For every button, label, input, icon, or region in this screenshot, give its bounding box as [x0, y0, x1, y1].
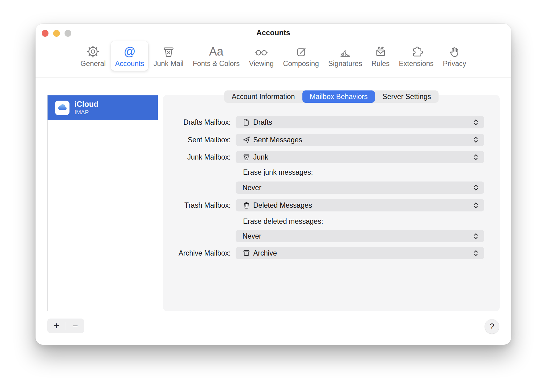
- mailbox-behaviors-panel: Drafts Mailbox: Drafts Sent Mailbox:: [163, 95, 500, 311]
- add-account-button[interactable]: +: [47, 319, 66, 333]
- account-name: iCloud: [74, 99, 99, 109]
- help-button[interactable]: ?: [485, 319, 499, 334]
- tab-account-information[interactable]: Account Information: [224, 90, 302, 103]
- archive-icon: [242, 249, 250, 257]
- rules-envelope-icon: [374, 44, 387, 59]
- archive-mailbox-label: Archive Mailbox:: [172, 247, 231, 259]
- toolbar-item-viewing[interactable]: Viewing: [245, 41, 278, 71]
- account-row-icloud[interactable]: iCloud IMAP: [48, 95, 158, 120]
- toolbar-item-junk-mail[interactable]: Junk Mail: [149, 41, 187, 71]
- window-title: Accounts: [36, 28, 511, 37]
- puzzle-icon: [410, 44, 423, 59]
- fonts-icon: Aa: [209, 44, 223, 59]
- sent-mailbox-value: Sent Messages: [253, 136, 302, 144]
- archive-mailbox-select[interactable]: Archive: [236, 247, 484, 259]
- sent-mailbox-select[interactable]: Sent Messages: [236, 134, 484, 146]
- tab-server-settings[interactable]: Server Settings: [375, 90, 439, 103]
- document-icon: [242, 118, 250, 126]
- toolbar-item-accounts[interactable]: @ Accounts: [111, 41, 148, 71]
- toolbar-label-general: General: [81, 60, 106, 68]
- toolbar-item-extensions[interactable]: Extensions: [395, 41, 438, 71]
- chevron-up-down-icon: [472, 184, 479, 194]
- compose-icon: [294, 44, 308, 59]
- account-protocol: IMAP: [74, 109, 99, 116]
- desktop: { "window": { "title": "Accounts" }, "tr…: [0, 0, 546, 392]
- toolbar-label-privacy: Privacy: [443, 60, 466, 68]
- trash-mailbox-label: Trash Mailbox:: [172, 199, 231, 211]
- erase-junk-value: Never: [242, 184, 261, 192]
- toolbar-item-privacy[interactable]: Privacy: [439, 41, 470, 71]
- erase-deleted-select[interactable]: Never: [236, 230, 484, 242]
- erase-deleted-value: Never: [242, 232, 261, 240]
- remove-account-button[interactable]: −: [66, 319, 85, 333]
- chevron-up-down-icon: [472, 118, 479, 128]
- junk-bin-icon: [162, 44, 175, 59]
- hand-icon: [448, 44, 461, 59]
- mail-preferences-window: Accounts General: [36, 24, 511, 345]
- toolbar-label-extensions: Extensions: [399, 60, 434, 68]
- toolbar-label-composing: Composing: [283, 60, 319, 68]
- drafts-mailbox-select[interactable]: Drafts: [236, 116, 484, 128]
- junk-mailbox-value: Junk: [253, 153, 268, 161]
- gear-icon: [86, 44, 100, 59]
- chevron-up-down-icon: [472, 249, 479, 259]
- toolbar-item-signatures[interactable]: Signatures: [324, 41, 366, 71]
- signature-icon: [338, 44, 352, 59]
- add-remove-account-group: + −: [47, 319, 84, 333]
- erase-junk-select[interactable]: Never: [236, 181, 484, 194]
- archive-mailbox-value: Archive: [253, 249, 277, 257]
- chevron-up-down-icon: [472, 136, 479, 146]
- toolbar-label-junk-mail: Junk Mail: [153, 60, 183, 68]
- trash-mailbox-select[interactable]: Deleted Messages: [236, 199, 484, 211]
- junk-mailbox-label: Junk Mailbox:: [172, 151, 231, 163]
- toolbar-label-fonts-colors: Fonts & Colors: [193, 60, 240, 68]
- preferences-toolbar: General @ Accounts Junk Mail Aa Font: [36, 41, 511, 71]
- tab-mailbox-behaviors[interactable]: Mailbox Behaviors: [302, 90, 375, 103]
- toolbar-label-accounts: Accounts: [115, 60, 144, 68]
- drafts-mailbox-label: Drafts Mailbox:: [172, 116, 231, 128]
- toolbar-item-rules[interactable]: Rules: [368, 41, 394, 71]
- chevron-up-down-icon: [472, 153, 479, 163]
- titlebar: Accounts General: [36, 24, 511, 77]
- icloud-icon: [55, 101, 69, 115]
- glasses-icon: [254, 44, 268, 59]
- chevron-up-down-icon: [472, 232, 479, 242]
- chevron-up-down-icon: [472, 201, 479, 211]
- junk-mailbox-select[interactable]: Junk: [236, 151, 484, 163]
- trash-mailbox-value: Deleted Messages: [253, 201, 312, 210]
- toolbar-item-fonts-colors[interactable]: Aa Fonts & Colors: [189, 41, 244, 71]
- trash-icon: [242, 201, 250, 209]
- account-tabs: Account Information Mailbox Behaviors Se…: [224, 90, 439, 103]
- toolbar-label-rules: Rules: [372, 60, 390, 68]
- paperplane-icon: [242, 136, 250, 144]
- sent-mailbox-label: Sent Mailbox:: [172, 134, 231, 146]
- drafts-mailbox-value: Drafts: [253, 118, 272, 127]
- junk-icon: [242, 153, 250, 161]
- toolbar-label-signatures: Signatures: [328, 60, 362, 68]
- erase-deleted-label: Erase deleted messages:: [243, 217, 323, 226]
- erase-junk-label: Erase junk messages:: [243, 168, 313, 177]
- toolbar-label-viewing: Viewing: [249, 60, 274, 68]
- accounts-list: iCloud IMAP: [47, 95, 158, 311]
- toolbar-item-composing[interactable]: Composing: [279, 41, 323, 71]
- at-icon: @: [124, 44, 136, 59]
- toolbar-item-general[interactable]: General: [77, 41, 110, 71]
